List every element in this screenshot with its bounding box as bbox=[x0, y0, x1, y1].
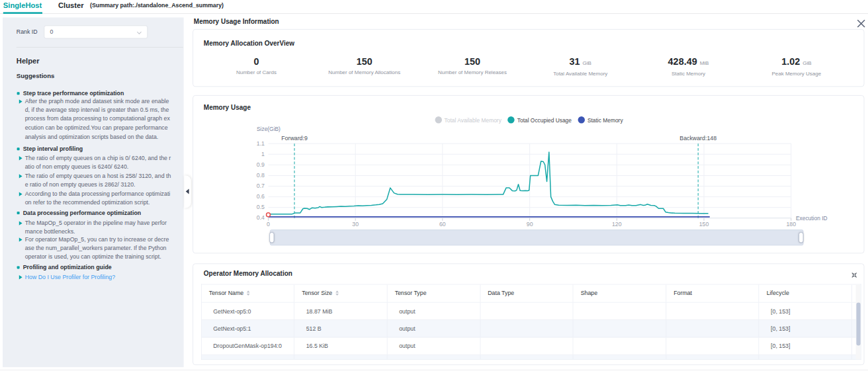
svg-text:120: 120 bbox=[612, 221, 622, 227]
svg-text:Size(GiB): Size(GiB) bbox=[257, 126, 281, 132]
svg-text:0.7: 0.7 bbox=[257, 183, 265, 189]
svg-text:0.8: 0.8 bbox=[257, 172, 265, 179]
svg-text:90: 90 bbox=[527, 221, 533, 227]
svg-text:30: 30 bbox=[352, 221, 359, 227]
svg-text:60: 60 bbox=[439, 221, 446, 227]
svg-text:180: 180 bbox=[786, 221, 796, 227]
svg-text:1: 1 bbox=[261, 151, 265, 157]
svg-text:Forward:9: Forward:9 bbox=[281, 135, 308, 142]
svg-text:0.5: 0.5 bbox=[257, 204, 265, 210]
svg-text:Execution ID: Execution ID bbox=[796, 215, 828, 222]
svg-text:0.9: 0.9 bbox=[257, 161, 265, 168]
svg-text:Backward:148: Backward:148 bbox=[679, 135, 716, 142]
svg-text:150: 150 bbox=[699, 221, 709, 227]
svg-text:0.6: 0.6 bbox=[257, 193, 265, 200]
svg-text:0: 0 bbox=[267, 221, 270, 227]
svg-text:0.4: 0.4 bbox=[257, 214, 265, 221]
svg-text:1.1: 1.1 bbox=[257, 140, 265, 147]
